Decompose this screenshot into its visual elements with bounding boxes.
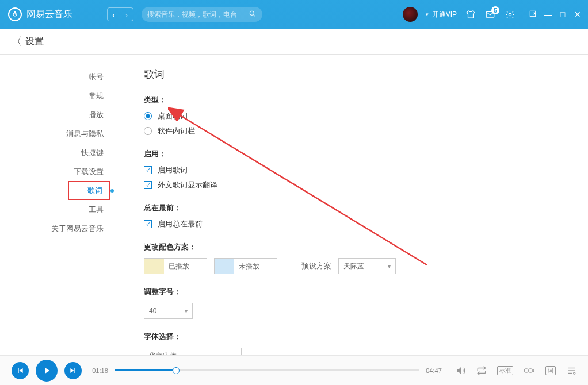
skin-icon[interactable] [465,9,476,20]
sidebar-item-about[interactable]: 关于网易云音乐 [0,219,115,238]
preset-dropdown[interactable]: 天际蓝▾ [338,258,396,274]
titlebar-right: ▾开通VIP 5 — □ ✕ [403,7,582,22]
dropdown-value: 天际蓝 [343,261,364,271]
avatar[interactable] [403,7,418,22]
sidebar-item-general[interactable]: 常规 [0,86,115,105]
app-logo-icon [8,7,22,21]
titlebar: 网易云音乐 ‹ › ▾开通VIP 5 — □ ✕ [0,0,588,29]
volume-icon[interactable] [456,365,466,376]
fontsize-label: 调整字号： [144,287,559,297]
player-bar: 01:18 04:47 标准 词 [0,355,588,385]
always-top-block: 总在最前： ✓启用总在最前 [144,203,559,229]
enable-label: 启用： [144,149,559,159]
progress-bar[interactable] [115,369,419,371]
svg-point-7 [529,368,533,372]
color-label: 更改配色方案： [144,242,559,252]
sidebar-item-playback[interactable]: 播放 [0,105,115,124]
color-row: 已播放 未播放 预设方案 天际蓝▾ [144,258,559,274]
time-total: 04:47 [422,367,445,374]
content: 帐号 常规 播放 消息与隐私 快捷键 下载设置 歌词 工具 关于网易云音乐 歌词… [0,55,588,355]
nav-back-icon[interactable]: ‹ [108,8,120,21]
loop-icon[interactable] [476,365,487,376]
page-title: 设置 [25,36,44,48]
sidebar-item-label: 关于网易云音乐 [51,224,104,234]
type-block: 类型： 桌面歌词 软件内词栏 [144,95,559,136]
radio-inapp-lyrics[interactable]: 软件内词栏 [144,126,559,136]
radio-label: 软件内词栏 [158,126,195,136]
nav-forward-icon[interactable]: › [120,8,133,21]
check-translate[interactable]: ✓外文歌词显示翻译 [144,180,559,190]
mail-icon[interactable]: 5 [484,9,496,20]
unplayed-color-button[interactable]: 未播放 [214,258,277,274]
time-elapsed: 01:18 [89,367,112,374]
check-label: 外文歌词显示翻译 [158,180,217,190]
radio-icon [144,127,152,135]
radio-desktop-lyrics[interactable]: 桌面歌词 [144,111,559,121]
fontsize-dropdown[interactable]: 40▾ [144,303,193,319]
settings-main: 歌词 类型： 桌面歌词 软件内词栏 启用： ✓启用歌词 ✓外文歌词显示翻译 总在… [115,55,588,355]
quality-button[interactable]: 标准 [497,366,513,375]
sidebar-item-privacy[interactable]: 消息与隐私 [0,124,115,143]
prev-button[interactable] [12,362,29,379]
progress-fill [115,369,176,371]
svg-rect-4 [530,11,535,16]
lyric-toggle-button[interactable]: 词 [545,366,556,375]
section-title: 歌词 [144,67,559,81]
next-button[interactable] [64,362,82,379]
effects-icon[interactable] [524,366,535,375]
check-enable-lyrics[interactable]: ✓启用歌词 [144,165,559,175]
swatch-label: 未播放 [239,261,259,271]
svg-point-11 [574,372,575,374]
check-label: 启用歌词 [158,165,188,175]
font-label: 字体选择： [144,332,559,342]
subheader: 〈 设置 [0,29,588,55]
close-icon[interactable]: ✕ [573,10,582,20]
swatch-icon [215,259,234,274]
play-button[interactable] [36,360,58,382]
always-top-label: 总在最前： [144,203,559,213]
progress-knob[interactable] [173,367,180,374]
enable-block: 启用： ✓启用歌词 ✓外文歌词显示翻译 [144,149,559,190]
search-input[interactable] [147,10,246,18]
checkbox-icon: ✓ [144,166,152,174]
search-bar[interactable] [142,7,262,22]
settings-sidebar: 帐号 常规 播放 消息与隐私 快捷键 下载设置 歌词 工具 关于网易云音乐 [0,55,115,355]
checkbox-icon: ✓ [144,220,152,228]
chevron-down-icon: ▾ [185,308,188,314]
sidebar-item-account[interactable]: 帐号 [0,67,115,86]
vip-link[interactable]: ▾开通VIP [426,10,457,20]
check-always-top[interactable]: ✓启用总在最前 [144,219,559,229]
sidebar-item-label: 歌词 [87,186,102,196]
checkbox-icon: ✓ [144,181,152,189]
fontsize-block: 调整字号： 40▾ [144,287,559,319]
window-controls: — □ ✕ [528,10,582,20]
sidebar-item-tools[interactable]: 工具 [0,200,115,219]
sidebar-item-download[interactable]: 下载设置 [0,162,115,181]
back-icon[interactable]: 〈 [12,34,22,48]
sidebar-item-label: 快捷键 [81,148,104,158]
preset-label: 预设方案 [301,261,331,271]
sidebar-item-label: 帐号 [89,72,104,82]
sidebar-item-label: 消息与隐私 [66,129,104,139]
sidebar-item-shortcuts[interactable]: 快捷键 [0,143,115,162]
minimize-icon[interactable]: — [543,10,552,20]
radio-icon [144,112,152,120]
sidebar-item-lyrics[interactable]: 歌词 [68,181,110,200]
sidebar-item-label: 下载设置 [74,167,104,177]
radio-label: 桌面歌词 [158,111,188,121]
font-dropdown[interactable]: 华文宋体▾ [144,348,242,355]
svg-point-0 [250,11,254,15]
search-icon[interactable] [249,10,257,20]
chevron-down-icon: ▾ [234,353,236,356]
played-color-button[interactable]: 已播放 [144,258,207,274]
svg-point-6 [524,368,528,372]
mini-mode-icon[interactable] [528,10,537,20]
maximize-icon[interactable]: □ [558,10,567,20]
swatch-label: 已播放 [169,261,189,271]
chevron-down-icon: ▾ [388,263,391,270]
font-block: 字体选择： 华文宋体▾ [144,332,559,355]
dropdown-value: 40 [149,307,156,315]
playlist-icon[interactable] [566,365,576,376]
sidebar-item-label: 工具 [89,205,104,215]
gear-icon[interactable] [504,9,516,20]
